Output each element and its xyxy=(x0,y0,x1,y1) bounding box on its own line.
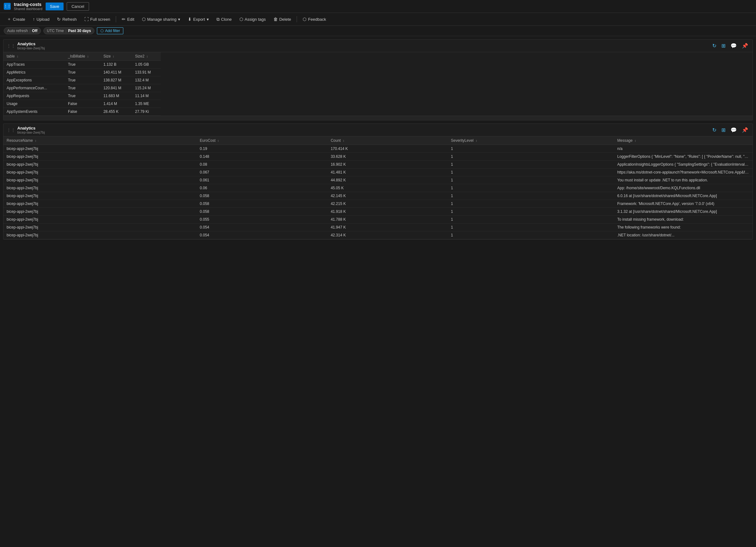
col-eurocost[interactable]: EuroCost ↕ xyxy=(197,137,328,145)
widget1-refresh-button[interactable]: ↻ xyxy=(711,42,718,49)
cell-severity: 1 xyxy=(448,184,614,192)
cell-size2: 1.05 GB xyxy=(132,61,161,69)
widget1-table-scroll[interactable]: table ↕ _IsBillable ↕ Size ↕ Size2 xyxy=(3,52,161,116)
table-row[interactable]: bicep-appi-2wej7bj 0.054 41.947 K 1 The … xyxy=(3,224,753,232)
cell-count: 170.414 K xyxy=(328,145,448,153)
refresh-icon: ↻ xyxy=(57,17,61,22)
table-row[interactable]: AppPerformanceCoun... True 120.841 M 115… xyxy=(3,84,161,92)
add-filter-icon: ⬡ xyxy=(100,29,104,33)
cell-count: 42.145 K xyxy=(328,192,448,200)
table-row[interactable]: AppTraces True 1.132 B 1.05 GB xyxy=(3,61,161,69)
widget1-pin-button[interactable]: 📌 xyxy=(741,42,749,49)
app-subtitle: Shared dashboard xyxy=(14,7,42,11)
cell-resourcename: bicep-appi-2wej7bj xyxy=(3,216,197,224)
sort-icon-count: ↕ xyxy=(343,139,344,142)
table-row[interactable]: bicep-appi-2wej7bj 0.061 44.892 K 1 You … xyxy=(3,176,753,184)
table-row[interactable]: bicep-appi-2wej7bj 0.148 33.628 K 1 Logg… xyxy=(3,153,753,161)
table-row[interactable]: AppMetrics True 140.411 M 133.91 M xyxy=(3,69,161,76)
widget2-table-scroll[interactable]: ResourceName ↕ EuroCost ↕ Count ↕ Seve xyxy=(3,137,753,239)
main-content: ⋮⋮ Analytics bicep-law-2wej7bj ↻ ⊞ 💬 📌 t… xyxy=(0,36,756,246)
cell-size2: 115.24 M xyxy=(132,84,161,92)
widget2-chat-button[interactable]: 💬 xyxy=(729,126,738,134)
table-row[interactable]: bicep-appi-2wej7bj 0.06 45.05 K 1 App: /… xyxy=(3,184,753,192)
table-row[interactable]: AppSystemEvents False 28.455 K 27.79 Ki xyxy=(3,108,161,116)
table-row[interactable]: bicep-appi-2wej7bj 0.055 41.788 K 1 To i… xyxy=(3,216,753,224)
table-row[interactable]: bicep-appi-2wej7bj 0.08 16.902 K 1 Appli… xyxy=(3,161,753,169)
cell-eurocost: 0.054 xyxy=(197,224,328,232)
widget1-grid-button[interactable]: ⊞ xyxy=(720,42,727,49)
sort-icon-size: ↕ xyxy=(113,55,114,58)
col-size[interactable]: Size ↕ xyxy=(100,52,132,61)
cell-table: AppRequests xyxy=(3,92,65,100)
refresh-button[interactable]: ↻ Refresh xyxy=(54,15,80,23)
table-row[interactable]: bicep-appi-2wej7bj 0.067 41.481 K 1 http… xyxy=(3,169,753,176)
cell-size: 11.683 M xyxy=(100,92,132,100)
widget2-grid-button[interactable]: ⊞ xyxy=(720,126,727,134)
table-row[interactable]: bicep-appi-2wej7bj 0.058 42.145 K 1 6.0.… xyxy=(3,192,753,200)
upload-button[interactable]: ↑ Upload xyxy=(30,15,53,23)
cell-table: AppTraces xyxy=(3,61,65,69)
assign-tags-button[interactable]: ⬡ Assign tags xyxy=(236,15,269,23)
edit-button[interactable]: ✏ Edit xyxy=(119,15,137,23)
widget1-scrollbar[interactable] xyxy=(3,116,753,120)
time-filter[interactable]: UTC Time : Past 30 days xyxy=(43,27,94,34)
col-isbillable[interactable]: _IsBillable ↕ xyxy=(65,52,100,61)
cell-severity: 1 xyxy=(448,176,614,184)
col-severitylevel[interactable]: SeverityLevel ↕ xyxy=(448,137,614,145)
manage-sharing-button[interactable]: ⬡ Manage sharing ▾ xyxy=(139,15,183,23)
widget1-table-header-row: table ↕ _IsBillable ↕ Size ↕ Size2 xyxy=(3,52,161,61)
auto-refresh-value: Off xyxy=(32,29,37,33)
table-row[interactable]: AppRequests True 11.683 M 11.14 M xyxy=(3,92,161,100)
feedback-button[interactable]: ⬡ Feedback xyxy=(300,15,329,23)
cell-resourcename: bicep-appi-2wej7bj xyxy=(3,208,197,216)
cell-severity: 1 xyxy=(448,169,614,176)
cell-isbillable: False xyxy=(65,100,100,108)
widget2-pin-button[interactable]: 📌 xyxy=(741,126,749,134)
cell-count: 44.892 K xyxy=(328,176,448,184)
widget1-actions: ↻ ⊞ 💬 📌 xyxy=(711,42,749,49)
table-row[interactable]: AppExceptions True 138.827 M 132.4 M xyxy=(3,76,161,84)
widget2-subtitle: bicep-law-2wej7bj xyxy=(17,131,45,134)
sort-icon-message: ↕ xyxy=(635,139,636,142)
save-button[interactable]: Save xyxy=(46,3,64,10)
cell-isbillable: True xyxy=(65,84,100,92)
edit-icon: ✏ xyxy=(122,17,126,22)
col-message[interactable]: Message ↕ xyxy=(614,137,753,145)
table-row[interactable]: bicep-appi-2wej7bj 0.054 42.314 K 1 .NET… xyxy=(3,232,753,239)
drag-handle-2[interactable]: ⋮⋮ xyxy=(7,128,15,133)
widget2-refresh-button[interactable]: ↻ xyxy=(711,126,718,134)
cell-isbillable: True xyxy=(65,61,100,69)
clone-button[interactable]: ⧉ Clone xyxy=(213,15,235,24)
col-table[interactable]: table ↕ xyxy=(3,52,65,61)
col-size2[interactable]: Size2 ↕ xyxy=(132,52,161,61)
add-filter-button[interactable]: ⬡ Add filter xyxy=(97,27,123,34)
cancel-button[interactable]: Cancel xyxy=(67,2,89,11)
export-button[interactable]: ⬇ Export ▾ xyxy=(185,15,212,23)
cell-severity: 1 xyxy=(448,192,614,200)
table-row[interactable]: Usage False 1.414 M 1.35 ME xyxy=(3,100,161,108)
drag-handle-1[interactable]: ⋮⋮ xyxy=(7,43,15,48)
cell-eurocost: 0.061 xyxy=(197,176,328,184)
app-icon: ⋮⋮ xyxy=(4,3,11,10)
delete-button[interactable]: 🗑 Delete xyxy=(270,15,294,23)
create-button[interactable]: ＋ Create xyxy=(4,15,28,24)
cell-eurocost: 0.08 xyxy=(197,161,328,169)
cell-message: 3.1.32 at [/usr/share/dotnet/shared/Micr… xyxy=(614,208,753,216)
widget1-chat-button[interactable]: 💬 xyxy=(729,42,738,49)
cell-eurocost: 0.058 xyxy=(197,200,328,208)
fullscreen-button[interactable]: ⛶ Full screen xyxy=(81,15,114,23)
table-row[interactable]: bicep-appi-2wej7bj 0.19 170.414 K 1 n/a xyxy=(3,145,753,153)
sort-icon-eurocost: ↕ xyxy=(217,139,219,142)
cell-count: 33.628 K xyxy=(328,153,448,161)
cell-severity: 1 xyxy=(448,200,614,208)
cell-message: To install missing framework, download: xyxy=(614,216,753,224)
col-resourcename[interactable]: ResourceName ↕ xyxy=(3,137,197,145)
table-row[interactable]: bicep-appi-2wej7bj 0.058 42.215 K 1 Fram… xyxy=(3,200,753,208)
cell-count: 41.481 K xyxy=(328,169,448,176)
table-row[interactable]: bicep-appi-2wej7bj 0.058 41.918 K 1 3.1.… xyxy=(3,208,753,216)
widget-header-1: ⋮⋮ Analytics bicep-law-2wej7bj ↻ ⊞ 💬 📌 xyxy=(3,40,753,52)
cell-table: Usage xyxy=(3,100,65,108)
col-count[interactable]: Count ↕ xyxy=(328,137,448,145)
cell-message: Framework: 'Microsoft.NETCore.App', vers… xyxy=(614,200,753,208)
auto-refresh-filter[interactable]: Auto refresh : Off xyxy=(4,27,41,34)
